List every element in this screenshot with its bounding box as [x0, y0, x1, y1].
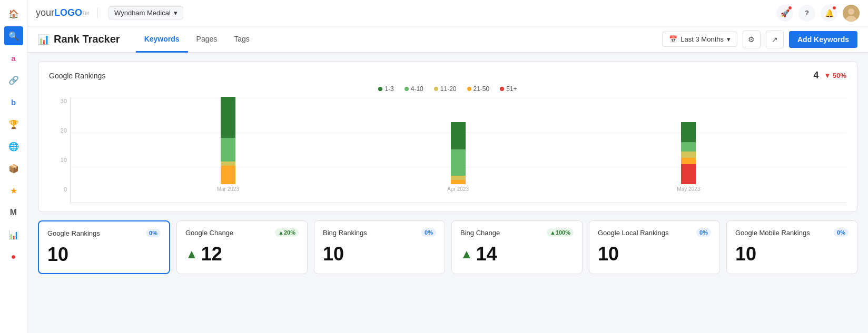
legend-dot-4-10: [405, 87, 409, 91]
chart-title: Google Rankings: [49, 72, 105, 80]
legend-dot-21-50: [467, 87, 471, 91]
org-selector[interactable]: Wyndham Medical ▾: [108, 6, 183, 19]
legend-dot-1-3: [378, 87, 382, 91]
bar-segment-mar-11-20: [221, 162, 235, 166]
rocket-badge: [788, 6, 792, 10]
bar-group-apr: Apr 2023: [447, 122, 469, 192]
chart-card: Google Rankings 4 ▼ 50% 1-3 4-10 11-20 2…: [38, 61, 857, 212]
page-title: 📊 Rank Tracker: [38, 33, 120, 45]
sub-header: 📊 Rank Tracker Keywords Pages Tags 📅 Las…: [27, 26, 868, 53]
metric-card-bing-rankings[interactable]: Bing Rankings 0% 10: [314, 220, 445, 274]
bar-segment-apr-11-20: [451, 176, 466, 180]
rocket-button[interactable]: 🚀: [776, 5, 793, 22]
bar-chart-wrapper: 30 20 10 0: [70, 98, 846, 203]
metric-badge-gc: ▲20%: [275, 228, 299, 237]
bar-label-mar: Mar 2023: [217, 186, 239, 192]
bar-segment-mar-21-50: [221, 166, 235, 184]
org-chevron: ▾: [174, 9, 177, 17]
legend-item-11-20: 11-20: [434, 85, 457, 93]
barchart-icon[interactable]: 📊: [4, 225, 23, 244]
metric-card-header-br: Bing Rankings 0%: [323, 228, 436, 237]
chart-change: ▼ 50%: [824, 72, 847, 79]
date-range-button[interactable]: 📅 Last 3 Months ▾: [662, 32, 737, 47]
metric-card-header-gm: Google Mobile Rankings 0%: [735, 228, 849, 237]
metric-title-gc: Google Change: [185, 229, 233, 237]
metric-card-google-rankings[interactable]: Google Rankings 0% 10: [38, 220, 170, 274]
box-icon[interactable]: 📦: [4, 159, 23, 178]
globe-icon[interactable]: 🌐: [4, 137, 23, 156]
metric-number-bc: 14: [476, 243, 497, 265]
logo: yourLOGOTM: [36, 7, 98, 18]
link-icon[interactable]: 🔗: [4, 70, 23, 89]
share-icon: ↗: [772, 35, 778, 44]
rank-tracker-bar-icon: 📊: [38, 34, 50, 45]
bars-area: Mar 2023 Apr 2023: [71, 97, 846, 192]
metric-card-header-gr: Google Rankings 0%: [47, 229, 161, 237]
chart-header: Google Rankings 4 ▼ 50%: [49, 70, 846, 81]
tab-tags[interactable]: Tags: [225, 27, 258, 53]
bar-stack-apr: [451, 122, 466, 184]
bar-segment-may-4-10: [681, 142, 696, 152]
bar-group-mar: Mar 2023: [217, 97, 239, 192]
bar-segment-mar-4-10: [221, 138, 235, 162]
sub-header-actions: 📅 Last 3 Months ▾ ⚙ ↗ Add Keywords: [662, 31, 857, 48]
search-icon-rail[interactable]: 🔍: [4, 26, 23, 45]
content-area: Google Rankings 4 ▼ 50% 1-3 4-10 11-20 2…: [27, 53, 868, 333]
tab-keywords[interactable]: Keywords: [136, 27, 188, 53]
metric-value-gl: 10: [598, 243, 711, 265]
bar-label-may: May 2023: [677, 186, 700, 192]
metric-title-gm: Google Mobile Rankings: [735, 229, 810, 237]
legend-dot-11-20: [434, 87, 438, 91]
chart-legend: 1-3 4-10 11-20 21-50 51+: [49, 85, 846, 93]
metric-cards-row: Google Rankings 0% 10 Google Change ▲20%…: [38, 220, 857, 274]
metric-badge-gl: 0%: [696, 228, 711, 237]
bar-group-may: May 2023: [677, 122, 700, 192]
a-icon[interactable]: a: [4, 48, 23, 67]
b-icon[interactable]: b: [4, 93, 23, 112]
metric-value-gr: 10: [47, 244, 161, 266]
y-label-10: 10: [51, 157, 67, 163]
bar-label-apr: Apr 2023: [447, 186, 469, 192]
metric-number-gl: 10: [598, 243, 619, 265]
metric-arrow-gc: ▲: [185, 247, 198, 261]
bar-segment-may-21-50: [681, 158, 696, 164]
legend-item-1-3: 1-3: [378, 85, 393, 93]
notifications-button[interactable]: 🔔: [821, 5, 837, 22]
legend-item-51plus: 51+: [500, 85, 517, 93]
main-wrapper: yourLOGOTM Wyndham Medical ▾ 🚀 ? 🔔 📊 Ra: [27, 0, 868, 333]
bar-segment-may-11-20: [681, 152, 696, 158]
legend-item-4-10: 4-10: [405, 85, 423, 93]
metric-card-google-change[interactable]: Google Change ▲20% ▲ 12: [176, 220, 308, 274]
avatar[interactable]: [843, 5, 860, 22]
star-icon[interactable]: ★: [4, 181, 23, 200]
metric-title-br: Bing Rankings: [323, 229, 367, 237]
trophy-icon[interactable]: 🏆: [4, 115, 23, 134]
home-icon[interactable]: 🏠: [4, 4, 23, 23]
metric-number-gm: 10: [735, 243, 756, 265]
metric-card-google-mobile[interactable]: Google Mobile Rankings 0% 10: [726, 220, 857, 274]
notifications-badge: [832, 6, 836, 10]
metric-card-header-gl: Google Local Rankings 0%: [598, 228, 711, 237]
metric-badge-gr: 0%: [146, 229, 161, 237]
metric-card-bing-change[interactable]: Bing Change ▲100% ▲ 14: [451, 220, 583, 274]
metric-card-header-bc: Bing Change ▲100%: [460, 228, 574, 237]
metric-card-header-gc: Google Change ▲20%: [185, 228, 299, 237]
metric-title-gl: Google Local Rankings: [598, 229, 668, 237]
circle-red-icon[interactable]: ●: [4, 247, 23, 266]
metric-title-gr: Google Rankings: [47, 229, 100, 237]
filter-icon-button[interactable]: ⚙: [743, 31, 761, 48]
bar-segment-may-1-3: [681, 122, 696, 142]
tab-pages[interactable]: Pages: [188, 27, 226, 53]
help-button[interactable]: ?: [798, 5, 815, 22]
metric-badge-bc: ▲100%: [547, 228, 574, 237]
metric-number-gr: 10: [47, 244, 68, 266]
share-icon-button[interactable]: ↗: [766, 31, 784, 48]
metric-card-google-local[interactable]: Google Local Rankings 0% 10: [589, 220, 720, 274]
top-header: yourLOGOTM Wyndham Medical ▾ 🚀 ? 🔔: [27, 0, 868, 26]
m-icon[interactable]: M: [4, 203, 23, 222]
y-axis: 30 20 10 0: [51, 98, 67, 193]
logo-logo: LOGO: [54, 7, 82, 18]
nav-tabs: Keywords Pages Tags: [136, 26, 258, 52]
add-keywords-button[interactable]: Add Keywords: [789, 31, 857, 48]
metric-badge-gm: 0%: [834, 228, 849, 237]
